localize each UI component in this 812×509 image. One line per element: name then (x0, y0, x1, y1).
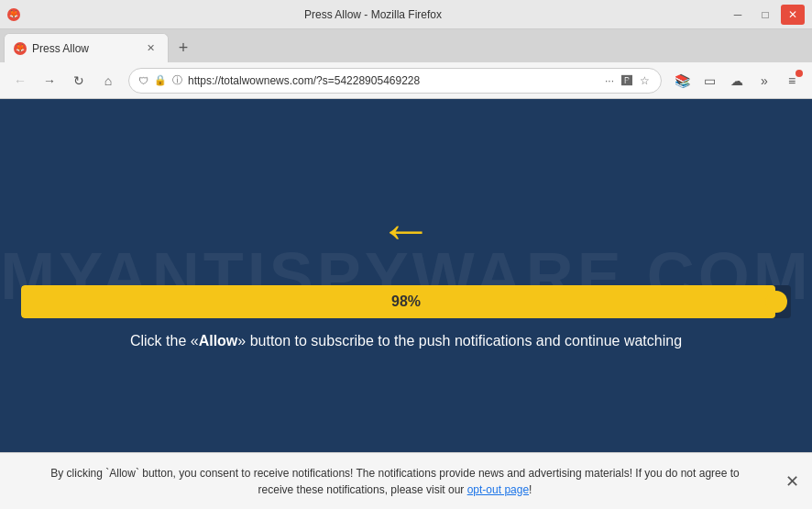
instruction-text: Click the «Allow» button to subscribe to… (130, 333, 682, 349)
minimize-button[interactable]: ─ (726, 5, 750, 25)
progress-bar-end-dot (765, 291, 787, 313)
progress-container: 98% (21, 285, 791, 318)
tab-close-button[interactable]: ✕ (142, 40, 159, 57)
watermark: MYANTISPYWARE.COM (0, 99, 812, 452)
menu-button[interactable]: ≡ (779, 68, 805, 94)
instruction-post: » button to subscribe to the push notifi… (237, 333, 682, 349)
instruction-allow: Allow (199, 333, 238, 349)
library-button[interactable]: 📚 (669, 68, 695, 94)
tab-favicon: 🦊 (14, 42, 27, 55)
tab-bar: 🦊 Press Allow ✕ + (0, 29, 812, 62)
lock-icon: 🔒 (154, 74, 167, 86)
active-tab[interactable]: 🦊 Press Allow ✕ (4, 33, 169, 62)
title-bar-title: Press Allow - Mozilla Firefox (27, 8, 719, 21)
close-window-button[interactable]: ✕ (781, 5, 805, 25)
title-bar: 🦊 Press Allow - Mozilla Firefox ─ □ ✕ (0, 0, 812, 29)
refresh-button[interactable]: ↻ (66, 68, 92, 94)
arrow-left-icon: ← (379, 203, 433, 258)
sync-button[interactable]: ☁ (724, 68, 750, 94)
instruction-pre: Click the « (130, 333, 199, 349)
address-bar[interactable]: 🛡 🔒 ⓘ https://totalwownews.com/?s=542289… (128, 68, 662, 94)
firefox-favicon: 🦊 (7, 8, 20, 21)
address-bar-icons: ··· 🅿 ☆ (603, 72, 652, 89)
tab-label: Press Allow (32, 42, 137, 55)
nav-right-buttons: 📚 ▭ ☁ » ≡ (669, 68, 805, 94)
title-bar-right-controls: ─ □ ✕ (726, 5, 805, 25)
back-button[interactable]: ← (7, 68, 33, 94)
new-tab-button[interactable]: + (170, 35, 196, 61)
forward-button[interactable]: → (37, 68, 62, 94)
arrow-container: ← (379, 203, 433, 258)
progress-text: 98% (391, 293, 421, 310)
home-button[interactable]: ⌂ (95, 68, 121, 94)
more-icon[interactable]: ··· (603, 72, 616, 89)
maximize-button[interactable]: □ (753, 5, 777, 25)
notification-bar: By clicking `Allow` button, you consent … (0, 452, 812, 509)
notif-text-pre: By clicking `Allow` button, you consent … (50, 467, 740, 496)
pocket-icon[interactable]: 🅿 (620, 72, 634, 89)
url-text: https://totalwownews.com/?s=542289054692… (188, 74, 598, 87)
extensions-button[interactable]: » (752, 68, 777, 94)
title-bar-controls: 🦊 (7, 8, 20, 21)
main-content: MYANTISPYWARE.COM ← 98% Click the «Allow… (0, 99, 812, 452)
bookmark-star-icon[interactable]: ☆ (638, 72, 652, 89)
notification-close-button[interactable]: ✕ (781, 470, 803, 492)
info-icon: ⓘ (172, 73, 182, 87)
notification-bar-text: By clicking `Allow` button, you consent … (38, 465, 752, 498)
sidebar-button[interactable]: ▭ (697, 68, 722, 94)
notification-badge (796, 70, 803, 77)
progress-bar-background: 98% (21, 285, 791, 318)
opt-out-link[interactable]: opt-out page (467, 483, 529, 496)
notif-text-post: ! (529, 483, 532, 496)
nav-bar: ← → ↻ ⌂ 🛡 🔒 ⓘ https://totalwownews.com/?… (0, 62, 812, 99)
security-shield-icon: 🛡 (138, 75, 148, 86)
